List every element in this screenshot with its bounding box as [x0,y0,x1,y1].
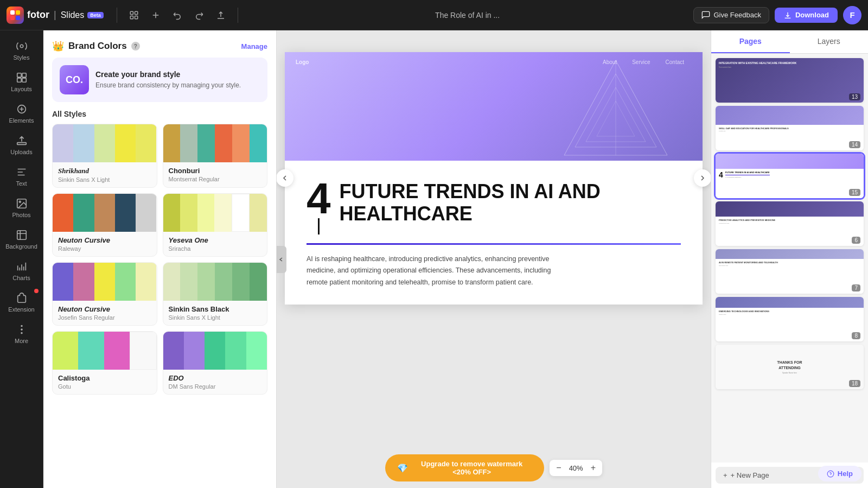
styles-grid: Shrikhand Sinkin Sans X Light Chonburi M… [43,124,276,403]
right-panel: Pages Layers INTEGRATION WITH EXISTING H… [711,30,868,488]
svg-rect-14 [17,143,26,145]
sidebar-item-text[interactable]: Text [4,162,40,191]
add-button[interactable] [148,7,164,23]
style-card-neuton-2[interactable]: Neuton Cursive Josefin Sans Regular [52,262,157,326]
brand-promo-text: Create your brand style Ensure brand con… [95,70,241,90]
main-area: Styles Layouts Elements Uploads [0,30,868,488]
page-thumb-3[interactable]: 4 FUTURE TRENDS IN AI AND HEALTHCARE AI … [716,154,864,198]
manage-button[interactable]: Manage [241,42,267,50]
svg-rect-6 [130,16,133,18]
page-badge-2: 14 [849,141,860,148]
style-sub-5: Josefin Sans Regular [58,314,151,321]
page-badge-7: 18 [849,380,860,387]
tab-pages[interactable]: Pages [711,30,790,53]
sidebar-item-elements[interactable]: Elements [4,99,40,128]
download-button[interactable]: Download [775,8,838,23]
sidebar-item-layouts[interactable]: Layouts [4,67,40,97]
sidebar-item-background[interactable]: Background [4,225,40,254]
page-thumb-2[interactable]: SKILL GAP AND EDUCATION FOR HEALTHCARE P… [716,106,864,150]
svg-rect-9 [17,73,21,77]
download-label: Download [795,11,829,19]
title-area [247,11,688,20]
tab-layers[interactable]: Layers [790,30,869,53]
page-badge-6: 8 [852,332,860,339]
svg-point-8 [20,45,23,48]
svg-rect-5 [135,11,137,14]
upload-button[interactable] [213,7,229,23]
style-card-shrikhand[interactable]: Shrikhand Sinkin Sans X Light [52,124,157,188]
slide-prev-button[interactable] [277,169,293,187]
style-sub-6: Sinkin Sans X Light [169,314,262,321]
right-panel-tabs: Pages Layers [711,30,868,54]
slide-number: 4 [307,177,331,220]
style-sub-8: DM Sans Regular [169,383,262,390]
style-card-edo[interactable]: EDO DM Sans Regular [163,331,268,395]
style-info-6: Sinkin Sans Black Sinkin Sans X Light [163,301,267,325]
gem-icon: 💎 [397,463,408,473]
svg-rect-4 [130,11,133,14]
svg-rect-12 [22,78,25,82]
sidebar-text-label: Text [16,180,27,187]
page-thumb-4[interactable]: PREDICTIVE ANALYTICS AND PREVENTIVE MEDI… [716,201,864,246]
redo-button[interactable] [191,7,207,23]
document-title-input[interactable] [413,11,522,20]
slide-next-button[interactable] [694,169,711,187]
style-colors-2 [163,124,267,162]
sidebar-item-styles[interactable]: Styles [4,36,40,65]
zoom-out-button[interactable]: − [556,463,561,473]
style-card-yeseva[interactable]: Yeseva One Sriracha [163,193,268,257]
sidebar-item-photos[interactable]: Photos [4,193,40,223]
page-thumb-1[interactable]: INTEGRATION WITH EXISTING HEALTHCARE FRA… [716,58,864,103]
brand-promo-desc: Ensure brand consistency by managing you… [95,81,241,90]
plus-icon: + [723,471,727,479]
page-thumb-7[interactable]: THANKS FORATTENDING Speaker Name here 18 [716,345,864,389]
style-card-calistoga[interactable]: Calistoga Gotu [52,331,157,395]
style-info-7: Calistoga Gotu [53,370,157,394]
svg-point-20 [21,333,22,334]
brand-title: Brand Colors [68,41,127,52]
brand-promo-icon: CO. [60,65,89,94]
zoom-in-button[interactable]: + [591,463,596,473]
give-feedback-button[interactable]: Give Feedback [693,7,769,23]
app-logo: fotor | Slides Beta [7,7,104,24]
upgrade-button[interactable]: 💎 Upgrade to remove watermark <20% OFF> [385,454,544,481]
slide-nav-bar: Logo About Service Contact [285,52,703,72]
style-sub-4: Sriracha [169,245,262,252]
style-info-8: EDO DM Sans Regular [163,370,267,394]
help-button[interactable]: Help [818,466,861,481]
sidebar-item-uploads[interactable]: Uploads [4,130,40,160]
page-thumb-6[interactable]: EMERGING TECHNOLOGIES AND INNOVATIONS De… [716,297,864,341]
canvas-area: Logo About Service Contact 4 FUTU [277,30,711,488]
info-icon[interactable]: ? [131,42,140,50]
sidebar-item-extension[interactable]: Extension [4,288,40,317]
style-card-neuton-1[interactable]: Neuton Cursive Raleway [52,193,157,257]
slide-content: 4 FUTURE TRENDS IN AI AND HEALTHCARE AI … [285,161,703,305]
style-sub-1: Sinkin Sans X Light [58,176,151,183]
avatar[interactable]: F [843,6,861,24]
slide-title-main: FUTURE TRENDS IN AI AND HEALTHCARE [340,180,681,225]
style-sub-2: Montserrat Regular [169,176,262,182]
grid-view-button[interactable] [126,7,142,23]
style-colors-6 [163,263,267,301]
slide-divider [307,243,681,245]
collapse-panel-button[interactable] [277,246,286,273]
page-thumb-5[interactable]: AI IN REMOTE PATIENT MONITORING AND TELE… [716,249,864,294]
style-sub-7: Gotu [58,383,151,390]
pyramid-graphic [561,58,670,158]
sidebar-item-charts[interactable]: Charts [4,256,40,286]
divider-2 [238,8,238,23]
slide-number-col: 4 [307,177,331,235]
svg-point-16 [19,201,21,202]
style-card-chonburi[interactable]: Chonburi Montserrat Regular [163,124,268,188]
sidebar-elements-label: Elements [9,117,34,124]
style-sub-3: Raleway [58,245,151,252]
undo-button[interactable] [169,7,186,23]
style-info-2: Chonburi Montserrat Regular [163,162,267,187]
style-card-sinkin[interactable]: Sinkin Sans Black Sinkin Sans X Light [163,262,268,326]
sidebar-background-label: Background [5,243,37,250]
page-badge-3: 15 [849,189,860,196]
slide-number-line [318,218,320,235]
page-badge-4: 6 [852,237,860,244]
brand-title-row: 👑 Brand Colors ? [52,40,140,52]
sidebar-item-more[interactable]: More [4,319,40,348]
